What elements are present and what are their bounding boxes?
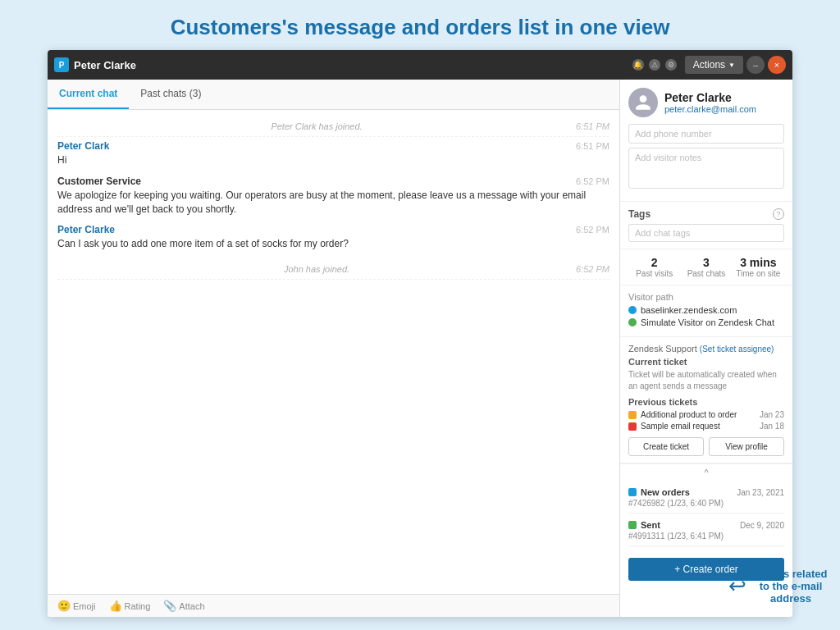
order-header: New orders Jan 23, 2021 <box>628 487 784 497</box>
attach-button[interactable]: 📎 Attach <box>163 600 204 612</box>
message-time: 6:52 PM <box>576 225 609 235</box>
zendesk-header: Zendesk Support (Set ticket assignee) <box>628 344 784 354</box>
message-header: Customer Service 6:52 PM <box>57 176 609 187</box>
ticket-dot-orange <box>628 411 637 419</box>
actions-button[interactable]: Actions ▼ <box>685 56 743 74</box>
rating-button[interactable]: 👍 Rating <box>109 600 151 612</box>
message-time: 6:51 PM <box>576 141 609 151</box>
app-logo: P <box>54 57 69 72</box>
ticket-name: Sample email request <box>641 422 720 431</box>
settings-icon: ⚙ <box>665 59 677 71</box>
tab-current-chat[interactable]: Current chat <box>48 80 129 109</box>
order-status-name: Sent <box>641 520 660 530</box>
ticket-dot-red <box>628 422 637 431</box>
chat-messages: Peter Clark has joined. 6:51 PM Peter Cl… <box>48 110 619 594</box>
stat-past-chats: 3 Past chats <box>680 256 732 278</box>
ticket-name: Additional product to order <box>641 410 737 419</box>
zendesk-section: Zendesk Support (Set ticket assignee) Cu… <box>620 337 792 463</box>
message-header: Peter Clark 6:51 PM <box>57 140 609 152</box>
main-area: Current chat Past chats (3) Peter Clark … <box>48 80 792 617</box>
message-sender: Customer Service <box>57 176 141 187</box>
message-time: 6:52 PM <box>576 176 609 186</box>
chat-message: Peter Clarke 6:52 PM Can I ask you to ad… <box>57 224 609 251</box>
path-dot-green <box>628 318 637 326</box>
window-title: Peter Clarke <box>74 59 632 71</box>
phone-field[interactable]: Add phone number <box>628 124 784 144</box>
order-dot-blue <box>628 488 637 496</box>
customer-name: Peter Clarke <box>664 91 756 104</box>
title-bar-icons: 🔔 ⚠ ⚙ <box>632 59 677 71</box>
system-message: John has joined. 6:52 PM <box>57 259 609 280</box>
stat-past-visits: 2 Past visits <box>628 256 680 278</box>
ticket-item: Additional product to order Jan 23 <box>628 410 784 419</box>
message-sender: Peter Clark <box>57 140 109 152</box>
tags-label: Tags <box>628 208 651 220</box>
tags-section: Tags ? Add chat tags <box>620 202 792 249</box>
ticket-note: Ticket will be automatically created whe… <box>628 369 784 392</box>
customer-email: peter.clarke@mail.com <box>664 104 756 114</box>
emoji-button[interactable]: 🙂 Emoji <box>57 600 96 612</box>
page-title: Customers's message and orders list in o… <box>0 0 840 50</box>
create-ticket-button[interactable]: Create ticket <box>628 437 704 456</box>
collapse-button[interactable]: ^ <box>620 463 792 481</box>
close-button[interactable]: × <box>768 56 786 74</box>
order-header: Sent Dec 9, 2020 <box>628 520 784 530</box>
title-bar: P Peter Clarke 🔔 ⚠ ⚙ Actions ▼ – × <box>48 50 792 80</box>
chevron-down-icon: ▼ <box>728 62 735 69</box>
message-body: Hi <box>57 153 609 167</box>
notes-field[interactable]: Add visitor notes <box>628 148 784 189</box>
order-status-name: New orders <box>641 487 690 497</box>
chat-tabs: Current chat Past chats (3) <box>48 80 619 110</box>
order-id: #7426982 (1/23, 6:40 PM) <box>628 499 784 508</box>
rating-icon: 👍 <box>109 600 122 612</box>
system-message: Peter Clark has joined. 6:51 PM <box>57 116 609 137</box>
tags-input[interactable]: Add chat tags <box>628 224 784 242</box>
minimize-button[interactable]: – <box>746 56 765 74</box>
bell-icon: 🔔 <box>632 59 644 71</box>
alert-icon: ⚠ <box>649 59 660 71</box>
stats-section: 2 Past visits 3 Past chats 3 mins Time o… <box>620 249 792 285</box>
path-item: Simulate Visitor on Zendesk Chat <box>628 317 784 327</box>
chat-panel: Current chat Past chats (3) Peter Clark … <box>48 80 620 617</box>
message-header: Peter Clarke 6:52 PM <box>57 224 609 235</box>
visitor-path-section: Visitor path baselinker.zendesk.com Simu… <box>620 285 792 337</box>
ticket-date: Jan 23 <box>760 410 784 419</box>
visitor-path-label: Visitor path <box>628 292 784 302</box>
order-id: #4991311 (1/23, 6:41 PM) <box>628 532 784 541</box>
message-body: We apologize for keeping you waiting. Ou… <box>57 189 609 217</box>
order-date: Jan 23, 2021 <box>737 488 784 497</box>
annotation-area: ↩ Orders related to the e-mail address <box>728 568 832 605</box>
set-assignee-link[interactable]: (Set ticket assignee) <box>700 345 774 354</box>
chat-message: Customer Service 6:52 PM We apologize fo… <box>57 176 609 217</box>
tags-header: Tags ? <box>628 208 784 220</box>
order-date: Dec 9, 2020 <box>740 521 784 530</box>
message-sender: Peter Clarke <box>57 224 115 235</box>
chat-footer: 🙂 Emoji 👍 Rating 📎 Attach <box>48 594 619 617</box>
customer-header: Peter Clarke peter.clarke@mail.com <box>628 88 784 117</box>
order-dot-green <box>628 521 637 529</box>
prev-tickets-label: Previous tickets <box>628 397 784 407</box>
stat-time-on-site: 3 mins Time on site <box>733 256 784 278</box>
order-item: New orders Jan 23, 2021 #7426982 (1/23, … <box>628 487 784 514</box>
right-panel: Peter Clarke peter.clarke@mail.com Add p… <box>620 80 792 617</box>
ticket-item: Sample email request Jan 18 <box>628 422 784 431</box>
view-profile-button[interactable]: View profile <box>709 437 784 456</box>
help-icon[interactable]: ? <box>773 208 784 220</box>
path-dot-blue <box>628 306 637 314</box>
emoji-icon: 🙂 <box>57 600 71 612</box>
annotation-arrow: ↩ <box>728 573 746 599</box>
customer-info: Peter Clarke peter.clarke@mail.com Add p… <box>620 80 792 202</box>
message-body: Can I ask you to add one more item of a … <box>57 237 609 251</box>
path-item: baselinker.zendesk.com <box>628 305 784 315</box>
ticket-date: Jan 18 <box>760 422 784 431</box>
zendesk-actions: Create ticket View profile <box>628 437 784 456</box>
customer-details: Peter Clarke peter.clarke@mail.com <box>664 91 756 114</box>
annotation-text: Orders related to the e-mail address <box>750 568 832 605</box>
browser-window: P Peter Clarke 🔔 ⚠ ⚙ Actions ▼ – × Curre… <box>48 50 792 617</box>
order-item: Sent Dec 9, 2020 #4991311 (1/23, 6:41 PM… <box>628 520 784 546</box>
current-ticket-label: Current ticket <box>628 357 784 367</box>
avatar <box>628 88 658 117</box>
attach-icon: 📎 <box>163 600 176 612</box>
tab-past-chats[interactable]: Past chats (3) <box>129 80 212 109</box>
chat-message: Peter Clark 6:51 PM Hi <box>57 140 609 167</box>
